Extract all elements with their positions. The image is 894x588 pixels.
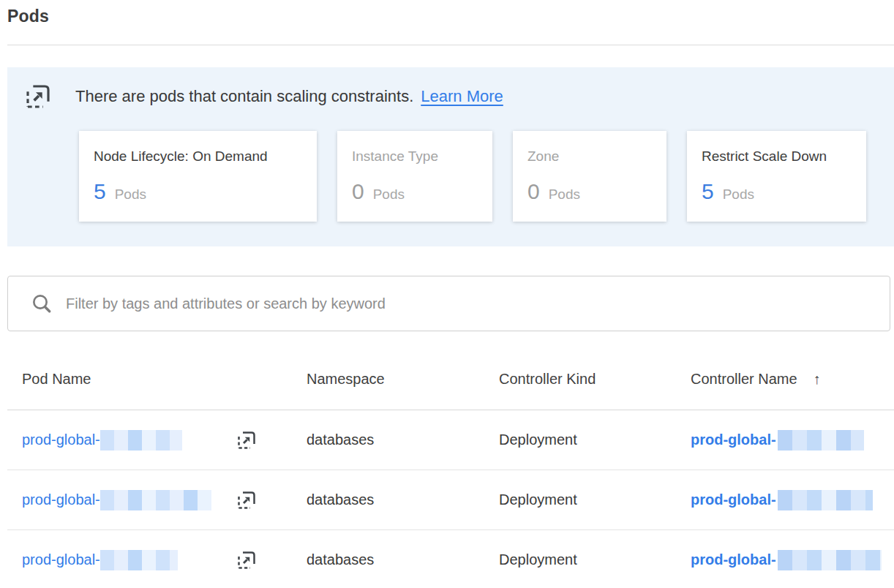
controller-name-cell[interactable]: prod-global- xyxy=(691,550,894,570)
pod-name-link[interactable]: prod-global- xyxy=(22,431,100,448)
scale-out-icon[interactable] xyxy=(236,549,258,571)
column-header-pod-name[interactable]: Pod Name xyxy=(22,371,307,388)
learn-more-link[interactable]: Learn More xyxy=(421,87,503,105)
card-node-lifecycle[interactable]: Node Lifecycle: On Demand 5 Pods xyxy=(79,131,317,222)
scaling-constraints-banner: There are pods that contain scaling cons… xyxy=(7,67,894,246)
column-header-controller-kind[interactable]: Controller Kind xyxy=(499,371,691,388)
controller-name-cell[interactable]: prod-global- xyxy=(691,430,894,451)
namespace-cell: databases xyxy=(307,551,499,568)
scale-out-icon[interactable] xyxy=(236,429,258,451)
card-count: 5 xyxy=(94,179,106,204)
pod-name-cell: prod-global- xyxy=(22,430,307,451)
controller-kind-cell: Deployment xyxy=(499,551,691,568)
namespace-cell: databases xyxy=(307,431,499,448)
card-title: Restrict Scale Down xyxy=(702,148,853,165)
column-header-namespace[interactable]: Namespace xyxy=(307,371,499,388)
redacted-pod-name xyxy=(100,550,178,570)
card-title: Node Lifecycle: On Demand xyxy=(94,148,304,165)
card-unit: Pods xyxy=(723,186,754,203)
filter-search-box xyxy=(7,276,890,331)
card-unit: Pods xyxy=(373,186,405,203)
table-header: Pod Name Namespace Controller Kind Contr… xyxy=(7,331,894,410)
redacted-controller-name xyxy=(778,490,873,510)
table-row: prod-global- databases Deployment prod-g… xyxy=(7,410,894,470)
pod-name-cell: prod-global- xyxy=(22,490,307,510)
page-title: Pods xyxy=(7,0,894,26)
table-row: prod-global- databases Deployment prod-g… xyxy=(7,530,894,588)
sort-asc-icon[interactable]: ↑ xyxy=(814,371,821,387)
card-title: Zone xyxy=(527,148,653,165)
namespace-cell: databases xyxy=(307,491,499,508)
redacted-pod-name xyxy=(100,430,182,451)
banner-message: There are pods that contain scaling cons… xyxy=(75,87,503,106)
card-unit: Pods xyxy=(549,186,580,203)
scale-out-icon[interactable] xyxy=(236,489,258,511)
search-input[interactable] xyxy=(66,276,890,331)
redacted-pod-name xyxy=(100,490,211,510)
card-count: 5 xyxy=(702,179,714,204)
search-icon xyxy=(30,292,53,315)
column-header-controller-name[interactable]: Controller Name↑ xyxy=(691,371,894,388)
card-count: 0 xyxy=(527,179,540,204)
scale-out-icon xyxy=(23,82,53,111)
card-count: 0 xyxy=(352,179,364,204)
divider xyxy=(7,45,894,45)
pod-name-link[interactable]: prod-global- xyxy=(22,491,100,508)
card-zone[interactable]: Zone 0 Pods xyxy=(513,131,666,222)
constraint-cards: Node Lifecycle: On Demand 5 Pods Instanc… xyxy=(79,131,894,222)
table-row: prod-global- databases Deployment prod-g… xyxy=(7,470,894,530)
banner-head: There are pods that contain scaling cons… xyxy=(23,82,894,111)
controller-name-cell[interactable]: prod-global- xyxy=(691,490,894,510)
pods-table: Pod Name Namespace Controller Kind Contr… xyxy=(7,331,894,588)
redacted-controller-name xyxy=(778,550,882,570)
redacted-controller-name xyxy=(778,430,864,451)
card-restrict-scale-down[interactable]: Restrict Scale Down 5 Pods xyxy=(687,131,866,222)
pod-name-cell: prod-global- xyxy=(22,550,307,570)
pod-name-link[interactable]: prod-global- xyxy=(22,551,100,568)
controller-kind-cell: Deployment xyxy=(499,491,691,508)
card-unit: Pods xyxy=(115,186,146,203)
card-instance-type[interactable]: Instance Type 0 Pods xyxy=(337,131,492,222)
card-title: Instance Type xyxy=(352,148,479,165)
controller-kind-cell: Deployment xyxy=(499,431,691,448)
pods-page: Pods There are pods that contain scaling… xyxy=(0,0,894,588)
